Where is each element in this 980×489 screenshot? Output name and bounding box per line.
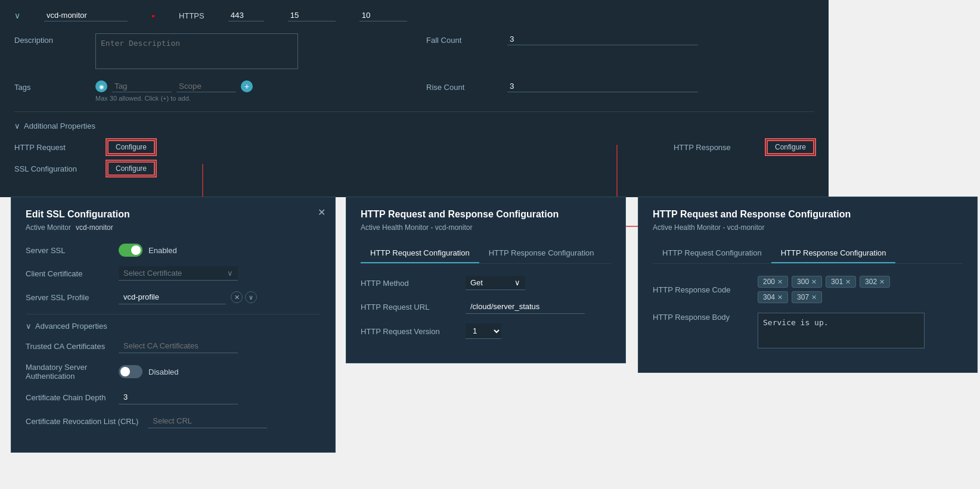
mandatory-server-label: Mandatory Server Authentication [26, 363, 109, 381]
http-response-body-textarea[interactable] [758, 313, 925, 348]
http-method-label: HTTP Method [361, 279, 456, 288]
mandatory-server-state: Disabled [148, 367, 179, 376]
tag-input[interactable] [112, 80, 172, 92]
tab-http-request-config[interactable]: HTTP Request Configuration [361, 244, 479, 263]
remove-code-icon[interactable]: ✕ [777, 294, 783, 301]
toggle-switch-on[interactable] [119, 244, 142, 257]
method-value: Get [470, 278, 483, 287]
response-code-badge: 304✕ [758, 291, 788, 303]
description-label: Description [14, 33, 86, 45]
method-chevron-icon: ∨ [514, 278, 520, 287]
ssl-configure-button[interactable]: Configure [107, 161, 155, 176]
additional-props-header[interactable]: ∨ Additional Properties [14, 122, 814, 130]
http-response-subtitle: Active Health Monitor - vcd-monitor [653, 223, 764, 232]
response-code-badge: 301✕ [826, 276, 856, 288]
description-control [95, 33, 402, 71]
chevron-down-icon[interactable]: ∨ [14, 11, 20, 20]
chain-depth-input[interactable] [119, 390, 238, 404]
ssl-panel-subtitle: Active Monitor vcd-monitor [26, 223, 321, 232]
mandatory-server-toggle[interactable]: Disabled [119, 365, 179, 378]
response-code-badge: 300✕ [792, 276, 822, 288]
http-response-body-row: HTTP Response Body [653, 313, 963, 348]
http-response-configure-button[interactable]: Configure [767, 140, 814, 154]
mandatory-server-row: Mandatory Server Authentication Disabled [26, 363, 321, 381]
http-request-configure-button[interactable]: Configure [107, 140, 155, 154]
monitor-name-input[interactable] [44, 10, 128, 21]
http-response-panel: HTTP Request and Response Configuration … [638, 197, 978, 373]
server-ssl-toggle[interactable]: Enabled [119, 244, 177, 257]
description-textarea[interactable] [95, 33, 298, 69]
required-indicator: ● [151, 13, 155, 19]
ssl-panel-title: Edit SSL Configuration [26, 209, 321, 220]
http-version-select[interactable]: 1 1.1 2 [466, 323, 501, 339]
http-subtitle: Active Health Monitor - vcd-monitor [361, 223, 472, 232]
port-input[interactable] [228, 10, 264, 21]
toggle-switch-off[interactable] [119, 365, 142, 378]
crl-input[interactable] [148, 414, 267, 428]
protocol-label: HTTPS [179, 11, 204, 20]
mandatory-label-line1: Mandatory Server [26, 363, 109, 372]
chevron-down-icon: ∨ [227, 269, 233, 278]
client-cert-select[interactable]: Select Certificate ∨ [119, 266, 238, 281]
remove-code-icon[interactable]: ✕ [845, 278, 851, 286]
ca-cert-input[interactable] [119, 339, 238, 353]
clear-profile-icon[interactable]: ✕ [231, 291, 243, 303]
http-request-panel-subtitle: Active Health Monitor - vcd-monitor [361, 223, 611, 232]
http-response-tabs: HTTP Request Configuration HTTP Response… [653, 244, 963, 264]
response-codes-container: 200✕300✕301✕302✕304✕307✕ [758, 276, 907, 303]
tab-http-response-config[interactable]: HTTP Response Configuration [479, 244, 604, 263]
http-method-select[interactable]: Get ∨ [466, 276, 525, 290]
tab-http-req-config-right[interactable]: HTTP Request Configuration [653, 244, 771, 263]
chain-depth-label: Certificate Chain Depth [26, 393, 109, 402]
additional-props-label: Additional Properties [24, 122, 95, 130]
top-row: ∨ ● HTTPS [14, 10, 814, 21]
tags-hint: Max 30 allowed. Click (+) to add. [95, 95, 402, 102]
ssl-config-row: SSL Configuration Configure [14, 161, 814, 176]
chevron-down-profile-icon[interactable]: ∨ [245, 291, 257, 303]
http-url-input[interactable] [466, 300, 585, 314]
form-grid: Description Fall Count Tags ◉ + Max 30 a… [14, 33, 814, 102]
description-row: Description [14, 33, 402, 71]
trusted-ca-row: Trusted CA Certificates [26, 339, 321, 353]
ssl-profile-input[interactable] [119, 290, 226, 304]
ssl-profile-icons: ✕ ∨ [231, 291, 257, 303]
server-ssl-label: Server SSL [26, 246, 109, 255]
remove-code-icon[interactable]: ✕ [811, 278, 817, 286]
response-code-badge: 200✕ [758, 276, 788, 288]
ssl-profile-row: Server SSL Profile ✕ ∨ [26, 290, 321, 304]
remove-code-icon[interactable]: ✕ [777, 278, 783, 286]
http-url-row: HTTP Request URL [361, 300, 611, 314]
server-ssl-row: Server SSL Enabled [26, 244, 321, 257]
chevron-right-icon: ∨ [14, 122, 20, 130]
tags-label: Tags [14, 80, 86, 92]
http-response-panel-subtitle: Active Health Monitor - vcd-monitor [653, 223, 963, 232]
remove-code-icon[interactable]: ✕ [879, 278, 885, 286]
remove-code-icon[interactable]: ✕ [811, 294, 817, 301]
field2-input[interactable] [359, 10, 407, 21]
server-ssl-state: Enabled [148, 246, 177, 255]
crl-row: Certificate Revocation List (CRL) [26, 414, 321, 428]
ssl-panel-close-button[interactable]: ✕ [318, 207, 325, 218]
tag-icon: ◉ [95, 80, 107, 92]
http-request-panel-title: HTTP Request and Response Configuration [361, 209, 611, 220]
http-version-select-wrap: 1 1.1 2 [466, 323, 501, 339]
field1-input[interactable] [288, 10, 336, 21]
response-code-badge: 307✕ [792, 291, 822, 303]
crl-label: Certificate Revocation List (CRL) [26, 417, 138, 426]
rise-count-input[interactable] [507, 80, 698, 92]
response-code-badge: 302✕ [860, 276, 890, 288]
tags-control: ◉ + Max 30 allowed. Click (+) to add. [95, 80, 402, 102]
tab-http-resp-config-right[interactable]: HTTP Response Configuration [771, 244, 896, 263]
advanced-props-header[interactable]: ∨ Advanced Properties [26, 322, 321, 331]
http-response-label: HTTP Response [674, 143, 757, 152]
fall-count-input[interactable] [507, 33, 698, 45]
http-request-tabs: HTTP Request Configuration HTTP Response… [361, 244, 611, 264]
fall-count-row: Fall Count [426, 33, 814, 71]
ssl-profile-label: Server SSL Profile [26, 293, 109, 302]
add-tag-button[interactable]: + [241, 80, 253, 92]
client-cert-label: Client Certificate [26, 269, 109, 278]
scope-input[interactable] [176, 80, 236, 92]
rise-count-label: Rise Count [426, 80, 498, 92]
ssl-subtitle-value: vcd-monitor [76, 223, 113, 232]
ssl-config-label: SSL Configuration [14, 164, 98, 173]
